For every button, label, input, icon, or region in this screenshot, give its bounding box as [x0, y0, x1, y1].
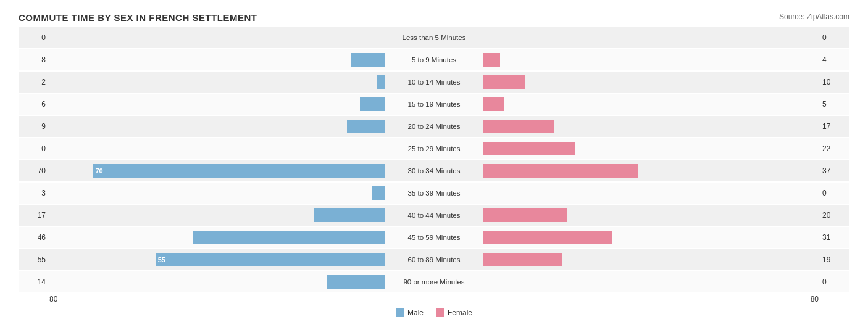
legend-male-label: Male	[407, 308, 424, 317]
chart-row: 6 15 to 19 Minutes 5	[19, 94, 849, 115]
row-label: 20 to 24 Minutes	[385, 123, 483, 130]
row-label: 60 to 89 Minutes	[385, 256, 483, 263]
male-bar	[193, 231, 385, 244]
female-bar	[483, 253, 562, 266]
female-value: 17	[819, 122, 849, 131]
male-bar	[372, 186, 385, 200]
female-value: 0	[819, 278, 849, 286]
bars-container: 5 to 9 Minutes	[49, 49, 819, 70]
bars-container: 35 to 39 Minutes	[49, 183, 819, 204]
bars-container: 45 to 59 Minutes	[49, 227, 819, 248]
chart-row: 14 90 or more Minutes 0	[19, 271, 849, 292]
male-value: 0	[19, 144, 49, 153]
bars-container: 90 or more Minutes	[49, 271, 819, 292]
male-value: 2	[19, 78, 49, 86]
male-color-swatch	[396, 308, 404, 317]
male-bar	[360, 97, 385, 111]
row-label: 90 or more Minutes	[385, 278, 483, 286]
female-bar	[483, 164, 638, 178]
female-value: 31	[819, 233, 849, 242]
male-value: 55	[19, 255, 49, 264]
chart-row: 3 35 to 39 Minutes 0	[19, 183, 849, 204]
bars-container: Less than 5 Minutes	[49, 27, 819, 48]
chart-row: 46 45 to 59 Minutes 31	[19, 227, 849, 248]
chart-container: COMMUTE TIME BY SEX IN FRENCH SETTLEMENT…	[19, 12, 849, 317]
bars-container: 20 to 24 Minutes	[49, 116, 819, 137]
legend-female: Female	[436, 308, 472, 317]
chart-row: 0 25 to 29 Minutes 22	[19, 138, 849, 159]
row-label: 25 to 29 Minutes	[385, 145, 483, 152]
row-label: 40 to 44 Minutes	[385, 212, 483, 219]
chart-row: 8 5 to 9 Minutes 4	[19, 49, 849, 70]
male-value: 14	[19, 278, 49, 286]
chart-row: 70 70 30 to 34 Minutes 37	[19, 160, 849, 181]
legend-female-label: Female	[448, 308, 472, 317]
male-bar	[327, 275, 385, 289]
female-value: 10	[819, 78, 849, 86]
female-bar	[483, 53, 500, 67]
female-value: 19	[819, 255, 849, 264]
chart-row: 17 40 to 44 Minutes 20	[19, 205, 849, 226]
female-value: 4	[819, 56, 849, 64]
male-value: 8	[19, 56, 49, 64]
row-label: 35 to 39 Minutes	[385, 189, 483, 197]
axis-left: 80	[49, 295, 57, 303]
male-value: 9	[19, 122, 49, 131]
chart-area: 0 Less than 5 Minutes 0 8	[19, 27, 849, 292]
chart-row: 2 10 to 14 Minutes 10	[19, 72, 849, 93]
female-bar	[483, 75, 525, 89]
male-bar	[351, 53, 385, 67]
row-label: 5 to 9 Minutes	[385, 56, 483, 64]
source-label: Source: ZipAtlas.com	[779, 12, 849, 21]
bars-container: 15 to 19 Minutes	[49, 94, 819, 115]
axis-right: 80	[811, 295, 819, 303]
row-label: 30 to 34 Minutes	[385, 167, 483, 175]
bars-container: 25 to 29 Minutes	[49, 138, 819, 159]
bars-container: 40 to 44 Minutes	[49, 205, 819, 226]
row-label: Less than 5 Minutes	[385, 34, 483, 41]
row-label: 10 to 14 Minutes	[385, 78, 483, 86]
male-bar	[314, 208, 385, 222]
male-bar: 70	[93, 164, 385, 178]
bars-container: 55 60 to 89 Minutes	[49, 249, 819, 270]
female-value: 37	[819, 167, 849, 175]
male-value: 70	[19, 167, 49, 175]
male-bar: 55	[156, 253, 385, 266]
row-label: 15 to 19 Minutes	[385, 101, 483, 108]
female-bar	[483, 142, 575, 155]
female-value: 0	[819, 33, 849, 42]
bars-container: 70 30 to 34 Minutes	[49, 160, 819, 181]
chart-row: 0 Less than 5 Minutes 0	[19, 27, 849, 48]
female-value: 20	[819, 211, 849, 220]
axis-labels: 80 80	[19, 295, 849, 303]
male-value: 17	[19, 211, 49, 220]
male-value: 46	[19, 233, 49, 242]
female-bar	[483, 208, 567, 222]
male-bar	[377, 75, 385, 89]
female-bar	[483, 97, 504, 111]
male-value: 6	[19, 100, 49, 109]
female-value: 22	[819, 144, 849, 153]
chart-row: 55 55 60 to 89 Minutes 19	[19, 249, 849, 270]
male-value: 3	[19, 189, 49, 197]
female-value: 5	[819, 100, 849, 109]
male-value: 0	[19, 33, 49, 42]
row-label: 45 to 59 Minutes	[385, 234, 483, 241]
female-color-swatch	[436, 308, 444, 317]
legend: Male Female	[19, 308, 849, 317]
female-bar	[483, 231, 612, 244]
chart-row: 9 20 to 24 Minutes 17	[19, 116, 849, 137]
chart-title: COMMUTE TIME BY SEX IN FRENCH SETTLEMENT	[19, 12, 257, 23]
female-bar	[483, 120, 554, 133]
male-bar	[347, 120, 385, 133]
bars-container: 10 to 14 Minutes	[49, 72, 819, 93]
female-value: 0	[819, 189, 849, 197]
legend-male: Male	[396, 308, 424, 317]
